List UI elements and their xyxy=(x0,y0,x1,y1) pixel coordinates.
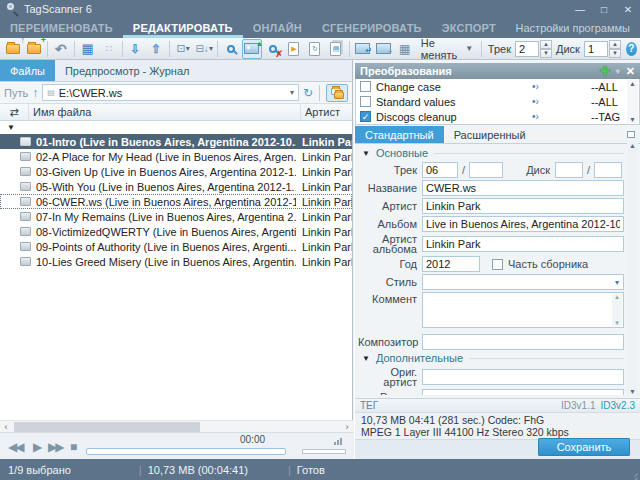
year-field[interactable] xyxy=(422,256,480,272)
refresh-icon[interactable]: ↻ xyxy=(303,86,313,100)
track-total-field[interactable] xyxy=(469,162,503,178)
scroll-right-icon[interactable]: › xyxy=(341,422,353,432)
undo-button[interactable]: ↶ xyxy=(51,39,71,59)
chevron-down-icon[interactable]: ▾ xyxy=(290,88,294,97)
export-cover-button[interactable]: → xyxy=(374,39,394,59)
tab-advanced[interactable]: Расширенный xyxy=(444,126,536,143)
file-row[interactable]: 03-Given Up (Live in Buenos Aires, Argen… xyxy=(0,164,352,179)
disc-total-field[interactable] xyxy=(594,162,622,178)
horizontal-scrollbar[interactable]: ‹ › xyxy=(0,420,353,432)
tag-version-dropdown[interactable]: Не менять▼ xyxy=(416,39,478,59)
group-collapse-row[interactable]: ▼ xyxy=(0,121,352,134)
reload-tags-button[interactable]: ↻ xyxy=(305,39,325,59)
menu-export[interactable]: ЭКСПОРТ xyxy=(432,18,506,38)
form-scrollbar[interactable]: ▲▼ xyxy=(627,142,638,395)
play-button[interactable]: ▶ xyxy=(33,440,42,454)
disc-field[interactable] xyxy=(555,162,583,178)
close-icon[interactable]: ✕ xyxy=(616,0,640,18)
scrollbar-thumb[interactable] xyxy=(14,422,200,432)
path-combobox[interactable]: ▤ E:\CWER.ws ▾ xyxy=(42,84,299,101)
help-icon[interactable]: ? xyxy=(626,42,637,56)
file-row[interactable]: 08-VictimizedQWERTY (Live in Buenos Aire… xyxy=(0,224,352,239)
panel-expand-icon[interactable] xyxy=(627,131,635,138)
section-main[interactable]: ▼Основные xyxy=(362,147,624,159)
minimize-icon[interactable]: — xyxy=(568,0,592,18)
transform-scrollbar[interactable]: ▲▼ xyxy=(627,80,638,123)
forward-button[interactable]: ▶▶ xyxy=(48,440,62,454)
transform-item[interactable]: Standard values •› --ALL xyxy=(356,94,639,109)
view-small-button[interactable]: ∷ xyxy=(99,39,119,59)
search-button[interactable] xyxy=(221,39,241,59)
file-row[interactable]: 05-With You (Live in Buenos Aires, Argen… xyxy=(0,179,352,194)
frames-button[interactable]: ▦ xyxy=(395,39,415,59)
remix-field[interactable] xyxy=(422,389,624,395)
menu-rename[interactable]: ПЕРЕИМЕНОВАТЬ xyxy=(0,18,123,38)
shuffle-column-icon[interactable]: ⇄ xyxy=(0,104,29,120)
file-row[interactable]: 10-Lies Greed Misery (Live in Buenos Air… xyxy=(0,254,352,269)
section-additional[interactable]: ▼Дополнительные xyxy=(362,352,624,364)
orig-artist-field[interactable] xyxy=(422,369,624,385)
select-dropdown-button[interactable]: ⊡▾ xyxy=(173,39,193,59)
stop-button[interactable]: ■ xyxy=(70,440,77,454)
close-panel-icon[interactable]: ✕ xyxy=(626,65,635,78)
artist-field[interactable] xyxy=(422,198,624,214)
cover-panel-toggle[interactable]: ▴ xyxy=(242,39,262,59)
composer-field[interactable] xyxy=(422,334,624,350)
tab-files[interactable]: Файлы xyxy=(0,60,55,81)
track-spinner[interactable]: ▲▼ xyxy=(515,40,552,58)
track-spin-arrows[interactable]: ▲▼ xyxy=(540,40,552,58)
file-row[interactable]: 09-Points of Authority (Live in Buenos A… xyxy=(0,239,352,254)
volume-slider[interactable] xyxy=(302,449,346,454)
disc-spinner[interactable]: ▲▼ xyxy=(584,40,621,58)
checkbox[interactable] xyxy=(360,96,371,107)
menu-edit[interactable]: РЕДАКТИРОВАТЬ xyxy=(123,18,243,38)
file-row[interactable]: 02-A Place for My Head (Live in Buenos A… xyxy=(0,149,352,164)
add-folder-button[interactable]: + xyxy=(24,39,44,59)
copy-tags-button[interactable]: ▤ xyxy=(326,39,346,59)
transform-menu-icon[interactable]: ▾ xyxy=(616,67,620,76)
transform-item[interactable]: Change case •› --ALL xyxy=(356,79,639,94)
checkbox[interactable] xyxy=(360,81,371,92)
album-artist-field[interactable] xyxy=(422,236,624,252)
disc-spin-input[interactable] xyxy=(584,41,608,57)
save-button[interactable]: Сохранить xyxy=(538,438,630,456)
checkbox[interactable] xyxy=(360,111,371,122)
folder-up-arrow-icon[interactable]: ↑ xyxy=(32,86,38,100)
scroll-left-icon[interactable]: ‹ xyxy=(0,422,12,432)
move-down-button[interactable]: ⇩ xyxy=(125,39,145,59)
menu-settings[interactable]: Настройки программы xyxy=(516,18,640,38)
transform-item[interactable]: Discogs cleanup •› --TAG xyxy=(356,109,639,124)
folder-tree-toggle[interactable] xyxy=(326,84,348,102)
file-row[interactable]: 01-Intro (Live in Buenos Aires, Argentin… xyxy=(0,134,352,149)
genre-dropdown[interactable]: ▾ xyxy=(422,274,624,290)
menu-online[interactable]: ОНЛАЙН xyxy=(243,18,312,38)
sort-dropdown-button[interactable]: ⊟↓▾ xyxy=(194,39,214,59)
maximize-icon[interactable]: □ xyxy=(592,0,616,18)
disc-spin-arrows[interactable]: ▲▼ xyxy=(609,40,621,58)
play-file-button[interactable]: ▶ xyxy=(284,39,304,59)
resize-grip[interactable] xyxy=(628,468,638,478)
compilation-checkbox-row[interactable]: Часть сборника xyxy=(492,258,588,270)
checkbox[interactable] xyxy=(492,259,503,270)
track-spin-input[interactable] xyxy=(515,41,539,57)
view-grid-button[interactable]: ▦ xyxy=(78,39,98,59)
tab-standard[interactable]: Стандартный xyxy=(355,126,444,143)
comment-field[interactable]: ▲▼ xyxy=(422,292,624,328)
move-up-button[interactable]: ⇧ xyxy=(146,39,166,59)
seek-bar[interactable] xyxy=(86,448,286,455)
title-field[interactable] xyxy=(422,180,624,196)
column-filename[interactable]: Имя файла xyxy=(29,104,301,120)
file-row[interactable]: 07-In My Remains (Live in Buenos Aires, … xyxy=(0,209,352,224)
column-artist[interactable]: Артист xyxy=(301,104,352,120)
clear-search-button[interactable]: ✗ xyxy=(263,39,283,59)
menu-generate[interactable]: СГЕНЕРИРОВАТЬ xyxy=(312,18,432,38)
tab-preview-log[interactable]: Предпросмотр - Журнал xyxy=(55,60,200,81)
rewind-button[interactable]: ◀◀ xyxy=(8,440,22,454)
import-cover-button[interactable]: ↵ xyxy=(353,39,373,59)
file-row[interactable]: 06-CWER.ws (Live in Buenos Aires, Argent… xyxy=(0,194,352,209)
track-field[interactable] xyxy=(422,162,458,178)
comment-scrollbar[interactable]: ▲▼ xyxy=(612,294,622,326)
open-folder-button[interactable]: ↑ xyxy=(3,39,23,59)
album-field[interactable] xyxy=(422,216,624,232)
add-transform-icon[interactable]: ✚ xyxy=(600,64,610,78)
